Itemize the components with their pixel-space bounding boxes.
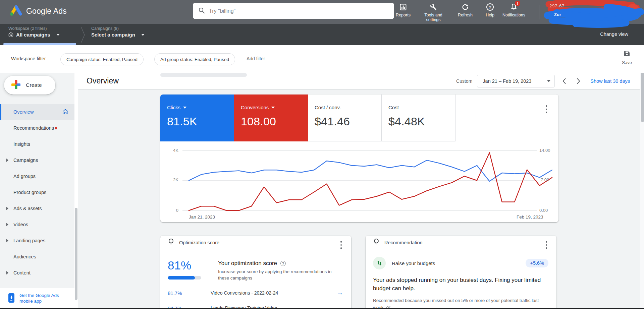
- optimization-heading: Your optimization score: [218, 260, 277, 267]
- lightbulb-icon: [168, 238, 174, 247]
- mobile-app-link[interactable]: Get the Google Ads mobile app: [0, 288, 74, 309]
- save-icon: [623, 50, 631, 59]
- y2-axis-tick: 7.00: [541, 177, 549, 182]
- account-id-partial: 297-67: [549, 3, 565, 8]
- notification-dot: [55, 127, 57, 129]
- x-axis-end-label: Feb 19, 2023: [517, 214, 543, 220]
- sidebar-item-label: Audiences: [13, 254, 36, 259]
- add-filter-button[interactable]: Add filter: [247, 56, 265, 61]
- sidebar-item-content[interactable]: Content: [0, 265, 74, 281]
- search-input[interactable]: [209, 8, 389, 14]
- create-label: Create: [26, 82, 42, 88]
- sidebar: Create Overview Recommendations Insights…: [0, 73, 74, 309]
- sidebar-item-campaigns[interactable]: Campaigns: [0, 152, 74, 168]
- reports-icon: [399, 2, 407, 12]
- filter-bar: Workspace filter Campaign status: Enable…: [0, 45, 644, 73]
- campaign-selector[interactable]: Campaigns (8) Select a campaign: [91, 26, 145, 38]
- breadcrumb-separator-icon: [80, 26, 85, 45]
- uplift-badge: +5.6%: [526, 259, 548, 267]
- notifications-bell-icon: !: [510, 2, 518, 12]
- mobile-phone-icon: [7, 293, 15, 304]
- optimization-score-value: 81%: [168, 259, 209, 272]
- page-scrollbar: [640, 45, 644, 309]
- notifications-label: Notifications: [502, 13, 525, 17]
- brand-title: Google Ads: [26, 7, 67, 16]
- scrolled-card-fragment: [160, 73, 247, 77]
- sidebar-scrollbar: [74, 73, 78, 309]
- sidebar-item-label: Insights: [13, 141, 30, 147]
- sidebar-item-label: Recommendations: [13, 125, 54, 131]
- tools-and-settings-button[interactable]: Tools and settings: [419, 2, 448, 22]
- next-period-button[interactable]: [574, 76, 583, 86]
- workspace-filter-label: Workspace filter: [11, 56, 46, 61]
- notifications-button[interactable]: ! Notifications: [499, 2, 528, 17]
- page-title: Overview: [87, 76, 119, 85]
- workspace-selector[interactable]: Workspace (2 filters) All campaigns: [8, 26, 60, 38]
- date-range-controls: Custom Jan 21 – Feb 19, 2023 Show last 3…: [456, 73, 630, 89]
- global-search[interactable]: [193, 3, 394, 19]
- sidebar-item-label: Campaigns: [13, 158, 38, 163]
- sidebar-item-product-groups[interactable]: Product groups: [0, 184, 74, 200]
- recommendation-card-menu-button[interactable]: [544, 240, 549, 250]
- expand-caret-icon: [6, 239, 8, 242]
- sidebar-item-videos[interactable]: Videos: [0, 217, 74, 233]
- sidebar-scrollbar-thumb[interactable]: [75, 208, 77, 300]
- sidebar-item-label: Landing pages: [13, 238, 45, 243]
- wrench-icon: [429, 2, 437, 12]
- expand-caret-icon: [6, 159, 8, 162]
- recommendation-headline: Your ads stopped running on your busiest…: [366, 269, 556, 293]
- sidebar-item-ad-groups[interactable]: Ad groups: [0, 168, 74, 184]
- help-icon: ?: [486, 2, 494, 12]
- recommendation-action-label: Raise your budgets: [392, 260, 520, 266]
- google-ads-logo[interactable]: Google Ads: [9, 5, 67, 17]
- campaigns-label: Campaigns (8): [91, 26, 145, 31]
- mobile-app-label: Get the Google Ads mobile app: [19, 293, 66, 304]
- recommendation-action-row[interactable]: Raise your budgets +5.6%: [366, 250, 556, 269]
- change-view-button[interactable]: Change view: [600, 32, 628, 37]
- overview-chart-svg: [160, 95, 558, 222]
- expand-caret-icon: [6, 223, 8, 226]
- optimization-campaign-row[interactable]: 81.7% Video Conversions - 2022-02-24 →: [160, 286, 351, 301]
- recommendation-reason-text: Recommended because you missed out on 5%…: [373, 298, 539, 309]
- expand-caret-icon: [6, 207, 8, 210]
- sidebar-item-overview[interactable]: Overview: [0, 104, 74, 120]
- ad-group-status-filter-chip[interactable]: Ad group status: Enabled, Paused: [154, 53, 235, 65]
- score-progress-bar: [168, 276, 201, 280]
- y-axis-tick: 0: [165, 208, 178, 213]
- optimization-score-card: Optimization score 81% Your optimization…: [160, 236, 351, 309]
- recommendation-card: Recommendation Raise your budgets +5.6% …: [366, 236, 556, 309]
- reports-button[interactable]: Reports: [389, 2, 418, 17]
- expand-caret-icon: [6, 271, 8, 274]
- help-label: Help: [486, 13, 494, 17]
- save-filter-button[interactable]: Save: [622, 50, 632, 65]
- chevron-down-icon: [547, 80, 550, 82]
- refresh-label: Refresh: [458, 13, 473, 17]
- sidebar-item-label: Overview: [13, 109, 34, 115]
- arrow-right-icon[interactable]: →: [337, 289, 343, 297]
- sidebar-item-recommendations[interactable]: Recommendations: [0, 120, 74, 136]
- sidebar-item-label: Content: [13, 270, 31, 275]
- lightbulb-icon: [373, 238, 380, 247]
- sidebar-item-label: Videos: [13, 222, 28, 227]
- chevron-down-icon: [56, 34, 60, 36]
- show-last-30-days-link[interactable]: Show last 30 days: [590, 78, 630, 84]
- y2-axis-tick: 0.00: [539, 208, 548, 213]
- optimization-description: Increase your score by applying the reco…: [218, 269, 343, 282]
- create-button[interactable]: Create: [4, 76, 55, 95]
- sidebar-divider: [0, 100, 74, 100]
- google-ads-app: Google Ads Reports Tools and settings: [0, 0, 644, 309]
- optimization-card-menu-button[interactable]: [339, 240, 343, 250]
- previous-period-button[interactable]: [559, 76, 569, 86]
- date-range-picker[interactable]: Jan 21 – Feb 19, 2023: [477, 75, 555, 87]
- help-icon[interactable]: ?: [280, 261, 286, 266]
- sidebar-item-insights[interactable]: Insights: [0, 136, 74, 152]
- sidebar-item-audiences[interactable]: Audiences: [0, 249, 74, 265]
- sidebar-item-label: Ad groups: [13, 174, 36, 179]
- sidebar-item-landing-pages[interactable]: Landing pages: [0, 233, 74, 249]
- campaign-status-filter-chip[interactable]: Campaign status: Enabled, Paused: [60, 53, 144, 65]
- sidebar-nav: Overview Recommendations Insights Campai…: [0, 104, 74, 281]
- account-name-partial: Zur: [554, 12, 561, 17]
- sidebar-item-ads-assets[interactable]: Ads & assets: [0, 200, 74, 217]
- y-axis-tick: 2K: [165, 177, 178, 182]
- google-ads-triangle-icon: [9, 5, 22, 17]
